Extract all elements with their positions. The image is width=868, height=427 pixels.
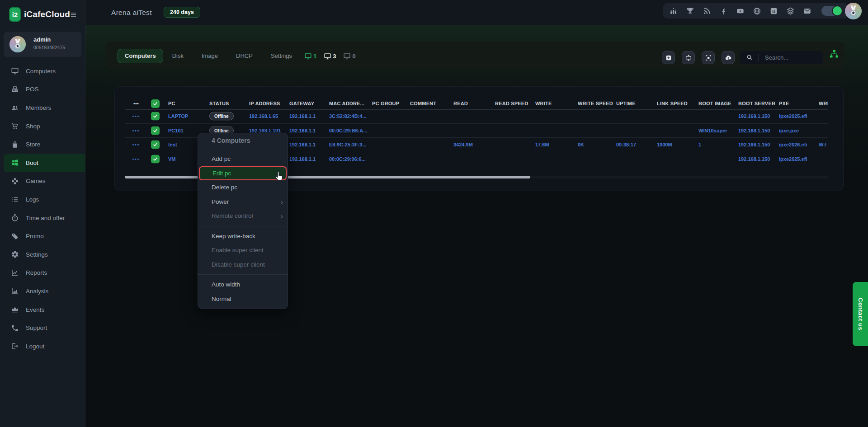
logs-icon [11,195,19,203]
column-header-gateway[interactable]: GATEWAY [289,101,328,106]
sidebar-item-logout[interactable]: Logout [0,337,85,356]
column-header-ip[interactable]: IP ADDRESS [249,101,288,106]
checkbox-checked[interactable] [151,155,160,164]
column-header-write[interactable]: WRITE [535,101,577,106]
add-button[interactable] [662,51,675,64]
menu-item-label: Add pc [212,155,231,162]
row-checkbox[interactable] [151,126,160,135]
column-header-pc[interactable]: PC [168,101,208,106]
cart-icon [11,122,19,130]
icafecloud-icon[interactable]: i2 [769,7,778,15]
layers-icon[interactable] [786,7,795,15]
column-header-wri[interactable]: WRI [819,101,828,106]
column-header-link_speed[interactable]: LINK SPEED [657,101,698,106]
sidebar-item-boot[interactable]: Boot [4,154,85,172]
row-actions-icon[interactable]: ••• [129,142,143,147]
menu-item-keep-write-back[interactable]: Keep write-back [198,229,288,244]
scrollbar-thumb[interactable] [125,176,530,178]
cell-gateway: 192.168.1.1 [289,113,328,119]
sidebar-item-computers[interactable]: Computers [0,62,85,80]
row-checkbox[interactable] [151,155,160,164]
menu-item-power[interactable]: Power› [198,195,288,209]
sidebar-item-settings[interactable]: Settings [0,245,85,264]
brand: i2 iCafeCloud [9,7,77,22]
theme-toggle[interactable] [821,6,842,16]
tab-dhcp[interactable]: DHCP [227,49,262,63]
menu-item-disable-super-client[interactable]: Disable super client [198,258,288,272]
topbar-icons: i2 [663,3,849,19]
row-actions-icon[interactable]: ••• [129,114,143,119]
profile-avatar[interactable] [845,3,862,19]
sidebar-item-support[interactable]: Support [0,319,85,337]
column-header-comment[interactable]: COMMENT [410,101,453,106]
menu-item-delete-pc[interactable]: Delete pc [198,180,288,195]
column-header-boot_server[interactable]: BOOT SERVER [738,101,778,106]
sidebar-item-store[interactable]: Store [0,135,85,154]
column-header-boot_image[interactable]: BOOT IMAGE [698,101,737,106]
cell-read: 3424.9M [453,142,494,147]
sidebar-item-members[interactable]: Members [0,99,85,117]
scan-button[interactable] [702,51,715,64]
menu-item-remote-control[interactable]: Remote control› [198,209,288,223]
row-actions-icon[interactable]: ••• [129,128,143,133]
sidebar-item-label: Members [26,104,51,111]
globe-icon[interactable] [753,7,761,15]
user-card[interactable]: admin 005193482475 [4,32,81,57]
days-badge[interactable]: 240 days [164,7,200,18]
row-actions-icon[interactable]: ••• [129,157,143,162]
menu-item-add-pc[interactable]: Add pc [198,152,288,166]
menu-item-enable-super-client[interactable]: Enable super client [198,243,288,258]
sidebar-item-analysis[interactable]: Analysis [0,282,85,300]
column-header-status[interactable]: STATUS [209,101,248,106]
sidebar-item-games[interactable]: Games [0,172,85,191]
sidebar-item-time-and-offer[interactable]: Time and offer [0,209,85,227]
cloud-upload-icon [725,54,732,61]
column-header-uptime[interactable]: UPTIME [616,101,656,106]
sidebar-item-events[interactable]: Events [0,300,85,319]
network-icon[interactable] [829,48,840,59]
checkbox-checked[interactable] [151,126,160,135]
menu-item-auto-width[interactable]: Auto width [198,277,288,292]
column-header-pc_group[interactable]: PC GROUP [372,101,409,106]
search-input[interactable] [759,54,819,61]
menu-item-edit-pc[interactable]: Edit pc [199,166,287,181]
sidebar-item-logs[interactable]: Logs [0,190,85,209]
facebook-icon[interactable] [719,7,728,15]
row-checkbox[interactable] [151,141,160,149]
column-header-pxe[interactable]: PXE [779,101,818,106]
contact-us-button[interactable]: Contact us [853,282,868,346]
menu-toggle-icon[interactable] [70,10,77,19]
sidebar-item-reports[interactable]: Reports [0,264,85,282]
column-header-read_speed[interactable]: READ SPEED [495,101,534,106]
tab-computers[interactable]: Computers [118,49,163,63]
youtube-icon[interactable] [736,7,745,15]
row-actions-icon[interactable]: ••• [129,101,143,106]
checkbox-checked[interactable] [151,99,160,108]
trophy-icon[interactable] [686,7,694,15]
mail-icon[interactable] [803,7,811,15]
sidebar-item-promo[interactable]: Promo [0,227,85,245]
cell-pc[interactable]: LAPTOP [168,113,208,119]
search-box[interactable] [740,51,823,64]
column-header-write_speed[interactable]: WRITE SPEED [578,101,615,106]
menu-item-normal[interactable]: Normal [198,292,288,306]
menu-item-label: Disable super client [212,261,265,268]
checkbox-checked[interactable] [151,112,160,121]
column-header-read[interactable]: READ [453,101,494,106]
checkbox-checked[interactable] [151,141,160,149]
ranking-icon[interactable] [669,7,678,15]
tab-image[interactable]: Image [193,49,227,63]
sidebar-item-shop[interactable]: Shop [0,117,85,136]
column-header-mac[interactable]: MAC ADDRE... [329,101,371,106]
cloud-upload-button[interactable] [722,51,735,64]
cell-boot_server: 192.168.1.150 [738,156,778,162]
sidebar-item-label: Time and offer [26,215,65,221]
rss-icon[interactable] [703,7,711,15]
tab-disk[interactable]: Disk [163,49,193,63]
row-checkbox[interactable] [151,112,160,121]
sidebar-item-pos[interactable]: POS [0,80,85,99]
tab-settings[interactable]: Settings [262,49,301,63]
monitor-plus-button[interactable] [682,51,695,64]
select-all-checkbox[interactable] [151,99,160,108]
sidebar: i2 iCafeCloud admin 005193482475 Compute… [0,0,85,427]
